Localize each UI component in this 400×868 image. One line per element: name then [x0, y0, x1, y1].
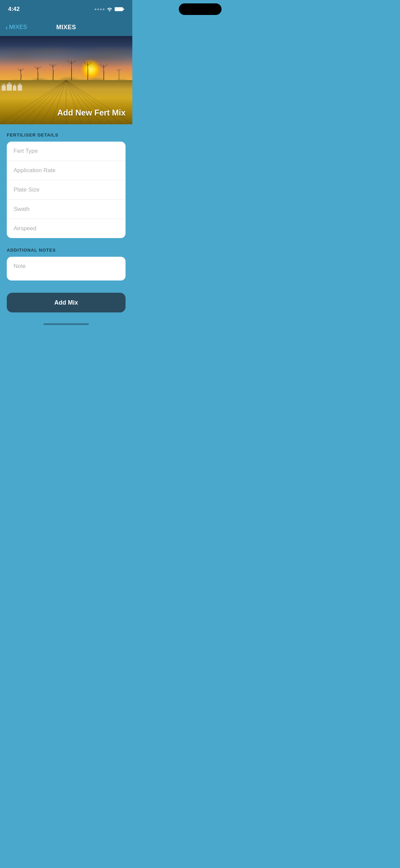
- plate-size-input[interactable]: [14, 186, 119, 193]
- svg-marker-50: [18, 83, 22, 85]
- svg-rect-1: [123, 8, 124, 10]
- fertiliser-section-title: FERTILISER DETAILS: [7, 132, 126, 138]
- airspeed-field[interactable]: [7, 219, 126, 238]
- svg-line-20: [84, 62, 88, 66]
- notes-card[interactable]: [7, 257, 126, 281]
- notes-section-title: ADDITIONAL NOTES: [7, 248, 126, 253]
- note-input[interactable]: [14, 263, 119, 270]
- swath-field[interactable]: [7, 200, 126, 219]
- svg-line-25: [104, 65, 108, 68]
- svg-line-17: [72, 60, 76, 64]
- svg-rect-49: [18, 85, 22, 91]
- back-chevron-icon: ‹: [5, 24, 8, 31]
- svg-rect-43: [2, 86, 6, 91]
- hero-image: Add New Fert Mix: [0, 36, 132, 124]
- swath-input[interactable]: [14, 206, 119, 213]
- back-button[interactable]: ‹ MIXES: [5, 24, 27, 31]
- fertiliser-form-card: [7, 142, 126, 238]
- hero-overlay-text: Add New Fert Mix: [57, 108, 126, 117]
- svg-line-16: [67, 60, 72, 64]
- battery-icon: [115, 7, 124, 12]
- svg-rect-0: [115, 7, 123, 11]
- svg-marker-48: [13, 84, 16, 86]
- signal-icon: [95, 8, 104, 10]
- fert-type-field[interactable]: [7, 142, 126, 161]
- nav-bar: ‹ MIXES MIXES: [0, 18, 132, 36]
- svg-line-12: [49, 64, 53, 67]
- status-time: 4:42: [8, 6, 20, 13]
- svg-rect-45: [7, 85, 12, 91]
- svg-line-24: [100, 65, 104, 68]
- add-mix-button[interactable]: Add Mix: [7, 293, 126, 312]
- airspeed-input[interactable]: [14, 225, 119, 232]
- status-icons: [95, 7, 124, 12]
- svg-rect-47: [13, 86, 16, 91]
- svg-marker-46: [7, 82, 12, 85]
- wifi-icon: [107, 7, 113, 12]
- fert-type-input[interactable]: [14, 148, 119, 155]
- village-silhouette: [0, 80, 132, 91]
- svg-line-21: [88, 62, 92, 66]
- status-bar: 4:42: [0, 0, 132, 18]
- svg-line-13: [53, 64, 57, 67]
- nav-title: MIXES: [56, 24, 76, 31]
- home-bar: [43, 323, 89, 325]
- home-indicator: [7, 321, 126, 330]
- back-label: MIXES: [9, 24, 27, 31]
- application-rate-input[interactable]: [14, 167, 119, 174]
- svg-marker-44: [2, 83, 6, 86]
- application-rate-field[interactable]: [7, 161, 126, 180]
- plate-size-field[interactable]: [7, 180, 126, 200]
- main-content: FERTILISER DETAILS ADDITIONAL NOTES Add …: [0, 124, 132, 344]
